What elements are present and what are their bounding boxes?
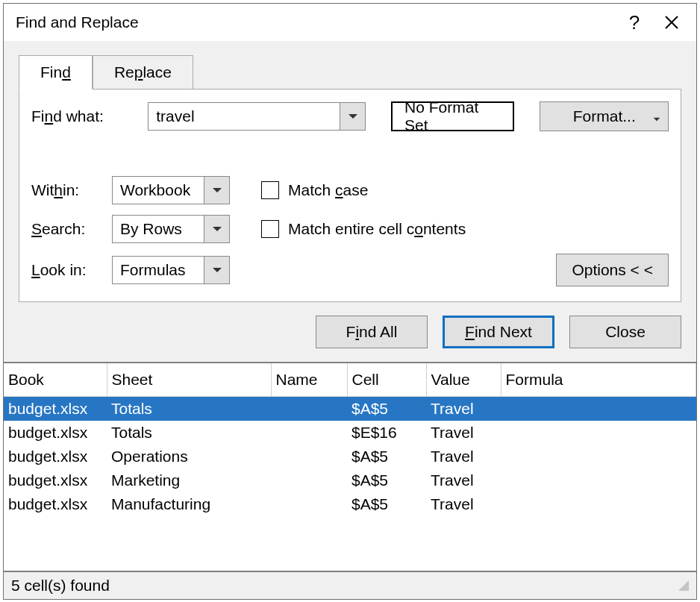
format-preview: No Format Set [391,101,514,131]
table-row[interactable]: budget.xlsxTotals$E$16Travel [4,421,696,445]
table-row[interactable]: budget.xlsxMarketing$A$5Travel [4,468,696,492]
results-pane: Book Sheet Name Cell Value Formula budge… [4,362,696,571]
col-value[interactable]: Value [426,363,501,397]
chevron-down-icon[interactable] [340,103,365,130]
find-what-label: Find what: [31,107,136,125]
help-icon: ? [629,11,640,34]
chevron-down-icon[interactable] [204,216,229,242]
close-dialog-button[interactable]: Close [569,316,681,348]
col-name[interactable]: Name [271,363,347,397]
table-row[interactable]: budget.xlsxOperations$A$5Travel [4,445,696,468]
search-value: By Rows [113,216,204,242]
status-text: 5 cell(s) found [11,577,110,595]
statusbar: 5 cell(s) found [4,571,696,599]
button-row: Find All Find Next Close [19,302,681,362]
chevron-down-icon[interactable] [204,257,229,283]
col-formula[interactable]: Formula [501,363,696,397]
format-button[interactable]: Format... [540,101,669,131]
dialog-title: Find and Replace [16,13,616,31]
match-case-checkbox[interactable] [261,181,279,199]
table-row[interactable]: budget.xlsxTotals$A$5Travel [4,397,696,421]
tab-find[interactable]: Find [19,55,93,90]
tab-replace[interactable]: Replace [93,55,193,90]
results-header[interactable]: Book Sheet Name Cell Value Formula [4,363,696,397]
match-entire-label: Match entire cell contents [288,220,466,238]
tabs: Find Replace [19,55,681,90]
col-sheet[interactable]: Sheet [107,363,271,397]
find-what-value: travel [149,103,340,130]
find-next-button[interactable]: Find Next [443,316,554,348]
titlebar: Find and Replace ? [4,4,696,41]
lookin-select[interactable]: Formulas [112,256,230,284]
close-icon [664,15,679,30]
find-all-button[interactable]: Find All [316,316,428,348]
table-row[interactable]: budget.xlsxManufacturing$A$5Travel [4,492,696,516]
chevron-down-icon[interactable] [204,177,229,204]
chevron-down-icon [653,107,660,125]
within-label: Within: [31,181,112,199]
help-button[interactable]: ? [616,4,653,41]
find-panel: Find what: travel No Format Set Format..… [19,89,681,302]
results-table: Book Sheet Name Cell Value Formula budge… [4,363,696,516]
resize-grip[interactable] [678,580,689,591]
col-cell[interactable]: Cell [347,363,426,397]
close-button[interactable] [653,4,690,41]
dialog-content: Find Replace Find what: travel No Format… [4,41,696,362]
search-label: Search: [31,220,112,238]
lookin-value: Formulas [113,257,204,283]
options-button[interactable]: Options < < [556,254,669,286]
match-case-label: Match case [288,181,368,199]
within-value: Workbook [113,177,204,204]
search-select[interactable]: By Rows [112,215,230,243]
lookin-label: Look in: [31,261,112,279]
within-select[interactable]: Workbook [112,176,230,204]
match-entire-checkbox[interactable] [261,220,279,238]
find-replace-dialog: Find and Replace ? Find Replace Find wha… [3,3,697,600]
find-what-input[interactable]: travel [148,102,366,131]
col-book[interactable]: Book [4,363,107,397]
